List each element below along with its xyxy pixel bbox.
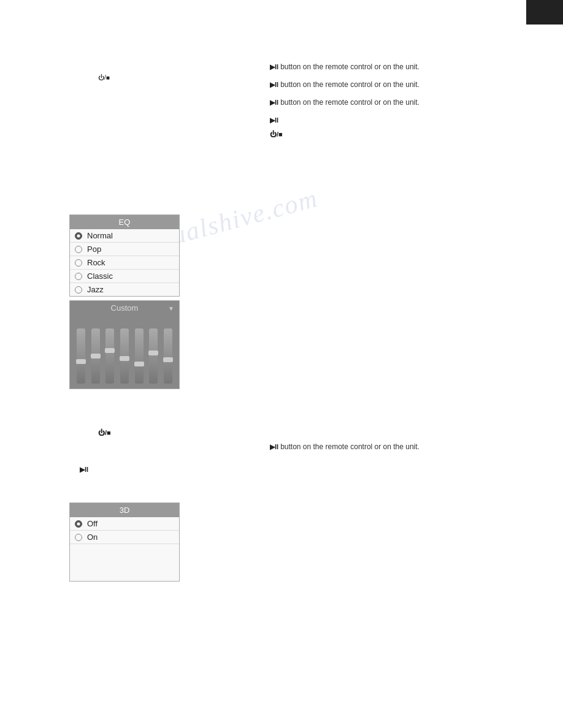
custom-dropdown-arrow[interactable]: ▼ [168,305,174,311]
eq-label-rock: Rock [87,258,105,267]
radio-3d-off [75,520,82,528]
slider-track-3[interactable] [105,328,114,384]
eq-panel: EQ Normal Pop Rock Classic Jazz [69,214,180,297]
instruction-line-1: ▶II button on the remote control or on t… [270,61,526,73]
instruction-text-5: button on the remote control or on the u… [280,441,419,453]
radio-jazz [75,286,82,294]
eq-label-normal: Normal [87,231,113,240]
play-pause-icon-section2: ▶II [80,466,88,474]
eq-item-rock[interactable]: Rock [70,256,179,270]
radio-normal [75,232,82,240]
eq-item-classic[interactable]: Classic [70,270,179,283]
power-pause-icon-section2: ⏻/■ [98,429,111,436]
slider-thumb-2[interactable] [91,354,101,358]
threed-item-off[interactable]: Off [70,517,179,531]
section2-play-icon: ▶II [80,466,88,474]
slider-thumb-6[interactable] [148,351,158,355]
radio-rock [75,259,82,267]
slider-thumb-7[interactable] [163,357,173,362]
power-icon-line: ⏻/■ [98,74,110,81]
eq-item-normal[interactable]: Normal [70,229,179,243]
instruction-line-2: ▶II button on the remote control or on t… [270,79,526,91]
threed-panel: 3D Off On [69,502,180,582]
power-pause-icon-top: ⏻/■ [98,74,110,81]
slider-thumb-3[interactable] [105,348,115,353]
threed-panel-header: 3D [70,503,179,517]
play-pause-icon-5: ▶II [270,442,278,453]
custom-panel-title: Custom [111,303,139,313]
instruction-text-3: button on the remote control or on the u… [280,97,419,108]
slider-track-5[interactable] [135,328,144,384]
threed-label-off: Off [87,519,98,528]
threed-label-on: On [87,533,98,542]
threed-item-on[interactable]: On [70,531,179,544]
slider-thumb-4[interactable] [120,356,129,361]
eq-item-pop[interactable]: Pop [70,243,179,256]
instruction-line-5: ⏻/■ [270,129,526,140]
top-right-block [526,0,563,25]
slider-thumb-5[interactable] [134,362,144,366]
instruction-line-4: ▶II [270,115,526,126]
radio-pop [75,246,82,253]
play-pause-icon-4: ▶II [270,115,278,126]
right-col-instructions: ▶II button on the remote control or on t… [270,61,526,144]
slider-4 [120,328,129,384]
play-pause-icon-3: ▶II [270,97,278,108]
slider-track-2[interactable] [91,328,100,384]
right-col-bottom-instructions: ▶II button on the remote control or on t… [270,441,526,458]
slider-3 [105,328,114,384]
slider-5 [135,328,144,384]
threed-panel-empty-space [70,544,179,581]
instruction-text-1: button on the remote control or on the u… [280,61,419,73]
instruction-line-6: ▶II button on the remote control or on t… [270,441,526,453]
power-pause-icon-right: ⏻/■ [270,129,283,140]
slider-2 [91,328,100,384]
instruction-text-2: button on the remote control or on the u… [280,79,419,91]
slider-track-7[interactable] [164,328,172,384]
slider-1 [77,328,85,384]
eq-item-jazz[interactable]: Jazz [70,283,179,296]
eq-label-pop: Pop [87,245,101,254]
slider-7 [164,328,172,384]
eq-panel-header: EQ [70,215,179,229]
eq-label-jazz: Jazz [87,285,104,294]
custom-sliders-area [70,315,179,389]
instruction-line-3: ▶II button on the remote control or on t… [270,97,526,108]
custom-panel-header: Custom ▼ [70,301,179,315]
section2-power-icon: ⏻/■ [98,429,111,436]
radio-3d-on [75,534,82,541]
slider-thumb-1[interactable] [76,359,86,364]
slider-track-6[interactable] [149,328,158,384]
play-pause-icon-2: ▶II [270,80,278,91]
radio-classic [75,273,82,280]
play-pause-icon-1: ▶II [270,62,278,73]
eq-label-classic: Classic [87,271,113,281]
slider-6 [149,328,158,384]
slider-track-1[interactable] [77,328,85,384]
custom-eq-panel: Custom ▼ [69,300,180,389]
slider-track-4[interactable] [120,328,129,384]
